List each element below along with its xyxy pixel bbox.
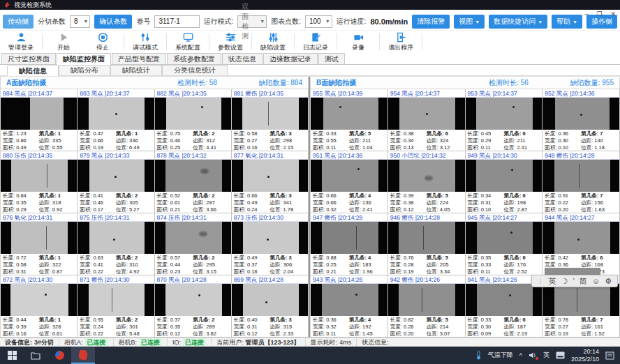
defect-cell[interactable]: 877 氧化 |20:14:31长度: 0.66宽度: 0.49面积: 0.24… (232, 151, 309, 213)
defect-cell[interactable]: 882 黑点 |20:14:35长度: 0.75宽度: 0.46面积: 0.25… (155, 89, 232, 151)
tab-product-model-config[interactable]: 产品型号配置 (112, 53, 166, 64)
defect-image[interactable] (388, 98, 465, 130)
defect-cell[interactable]: 942 擦伤 |20:14:26长度: 0.82宽度: 0.26面积: 0.20… (388, 275, 466, 338)
defect-image[interactable] (1, 98, 77, 130)
defect-cell[interactable]: 949 黑点 |20:14:30长度: 0.34宽度: 0.31面积: 0.10… (466, 151, 543, 213)
defect-cell[interactable]: 870 黑点 |20:14:28长度: 0.37宽度: 0.35面积: 0.12… (155, 275, 232, 338)
defect-cell[interactable]: 869 黑点 |20:14:28长度: 0.40宽度: 0.31面积: 0.12… (232, 275, 309, 338)
ime-halfwidth-icon[interactable]: ☽ (561, 277, 568, 286)
defect-cell[interactable]: 946 擦伤 |20:14:28长度: 0.76宽度: 0.28面积: 0.19… (388, 213, 466, 275)
stop-button[interactable]: 停止 (84, 32, 121, 52)
defect-image[interactable] (155, 160, 231, 192)
subtab-defect-info[interactable]: 缺陷信息 (7, 66, 59, 76)
defect-cell[interactable]: 878 黑点 |20:14:32长度: 0.52宽度: 0.61面积: 0.21… (155, 151, 232, 213)
defect-image[interactable] (388, 284, 465, 316)
debug-mode-button[interactable]: 调试模式 (127, 32, 163, 52)
minimize-button[interactable]: – (584, 10, 588, 18)
defect-cell[interactable]: 945 黑点 |20:14:27长度: 0.35宽度: 0.33面积: 0.11… (466, 213, 543, 275)
defect-image[interactable] (232, 284, 308, 316)
defect-image[interactable] (1, 284, 77, 316)
exit-program-button[interactable]: 退出程序 (383, 32, 419, 52)
defect-image[interactable] (542, 160, 619, 192)
subtab-defect-stats[interactable]: 缺陷统计 (110, 65, 162, 75)
defect-cell[interactable]: 955 黑点 |20:14:39长度: 0.33宽度: 0.55面积: 0.11… (311, 89, 388, 151)
defect-cell[interactable]: 875 压伤 |20:14:31长度: 0.63宽度: 0.41面积: 0.22… (78, 213, 154, 275)
defect-cell[interactable]: 884 黑点 |20:14:37长度: 1.23宽度: 0.86面积: 0.49… (1, 89, 78, 151)
tab-test[interactable]: 测试 (318, 53, 345, 64)
file-explorer-button[interactable] (24, 347, 47, 364)
run-mode-select[interactable]: 双面检测 ▼ (237, 15, 267, 28)
ime-settings-icon[interactable]: ⚙ (605, 277, 612, 286)
defect-image[interactable] (1, 222, 77, 254)
confirm-count-button[interactable]: 确认条数 (94, 15, 132, 29)
defect-cell[interactable]: 872 黑点 |20:14:30长度: 0.44宽度: 0.39面积: 0.16… (1, 275, 78, 338)
ime-drag-handle[interactable]: ⋮ (538, 278, 544, 285)
defect-image[interactable] (466, 284, 542, 316)
defect-image[interactable] (78, 222, 154, 254)
defect-image[interactable] (466, 98, 542, 130)
defect-image[interactable] (155, 98, 231, 130)
record-video-button[interactable]: 录像 (340, 32, 376, 52)
tab-size-monitor[interactable]: 尺寸监控界面 (1, 53, 56, 64)
defect-cell[interactable]: 947 擦伤 |20:14:28长度: 0.88宽度: 0.25面积: 0.21… (311, 213, 388, 275)
defect-image[interactable] (1, 160, 77, 192)
defect-image[interactable] (78, 160, 154, 192)
defect-cell[interactable]: 880 压伤 |20:14:35长度: 0.84宽度: 0.35面积: 0.29… (1, 151, 78, 213)
taskbar-app-vision-system[interactable] (71, 347, 95, 364)
help-menu-button[interactable]: 帮助▼ (552, 15, 582, 29)
defect-cell[interactable]: 943 黑点 |20:14:26长度: 0.36宽度: 0.32面积: 0.11… (311, 275, 388, 338)
defect-image[interactable] (232, 98, 308, 130)
defect-image[interactable] (232, 222, 308, 254)
defect-image[interactable] (311, 222, 388, 254)
defect-image[interactable] (232, 160, 308, 192)
quick-access-menu-button[interactable]: 数据快捷访问▼ (489, 15, 547, 29)
defect-image[interactable] (155, 222, 231, 254)
defect-image[interactable] (542, 222, 619, 254)
defect-cell[interactable]: 951 黑点 |20:14:36长度: 0.66宽度: 0.66面积: 0.32… (311, 151, 388, 213)
drive-side-button[interactable]: 传动侧 (3, 15, 34, 29)
system-config-button[interactable]: 系统配置 (170, 32, 206, 52)
ime-toolbar[interactable]: ⋮ 英 ☽ ’ 简 ☺ ⚙ (531, 275, 618, 287)
defect-image[interactable] (466, 160, 542, 192)
defect-cell[interactable]: 954 黑点 |20:14:37长度: 0.38宽度: 0.34面积: 0.13… (388, 89, 466, 151)
defect-cell[interactable]: 952 黑点 |20:14:36长度: 0.36宽度: 0.30面积: 0.10… (542, 89, 620, 151)
maximize-button[interactable]: ❐ (596, 10, 602, 18)
log-record-button[interactable]: 日志记录 (297, 32, 334, 52)
defect-image[interactable] (155, 284, 231, 316)
defect-cell[interactable]: 944 黑点 |20:14:27长度: 0.42宽度: 0.36面积: 0.14… (542, 213, 620, 275)
ime-keyboard-icon[interactable] (556, 351, 565, 359)
defect-image[interactable] (542, 98, 619, 130)
defect-cell[interactable]: 874 压伤 |20:14:31长度: 0.57宽度: 0.44面积: 0.23… (155, 213, 232, 275)
defect-image[interactable] (78, 284, 154, 316)
clear-alarm-button[interactable]: 清除报警 (412, 15, 450, 29)
defect-image[interactable] (311, 284, 388, 316)
slit-count-select[interactable]: 8 ▼ (70, 15, 90, 28)
close-button[interactable]: ✕ (610, 10, 616, 18)
defect-cell[interactable]: 876 氧化 |20:14:31长度: 0.72宽度: 0.58面积: 0.31… (1, 213, 78, 275)
roll-number-input[interactable]: 3117-1 (154, 15, 199, 28)
ime-emoji-button[interactable]: ☺ (592, 277, 600, 285)
tab-status-info[interactable]: 状态信息 (222, 53, 263, 64)
defect-cell[interactable]: 950 小凹坑 |20:14:32长度: 0.39宽度: 0.38面积: 0.1… (388, 151, 466, 213)
defect-settings-button[interactable]: 缺陷设置 (255, 32, 291, 52)
defect-cell[interactable]: 873 压伤 |20:14:30长度: 0.49宽度: 0.37面积: 0.18… (232, 213, 309, 275)
ime-simplified-toggle[interactable]: 简 (580, 276, 587, 287)
taskbar-app-browser[interactable] (47, 347, 71, 364)
view-menu-button[interactable]: 视图▼ (454, 15, 485, 29)
defect-image[interactable] (388, 222, 465, 254)
defect-cell[interactable]: 883 黑点 |20:14:37长度: 0.47宽度: 0.66面积: 0.19… (78, 89, 154, 151)
defect-cell[interactable]: 953 黑点 |20:14:37长度: 0.45宽度: 0.29面积: 0.11… (466, 89, 543, 151)
subtab-defect-distribution[interactable]: 缺陷分布 (59, 65, 110, 75)
defect-cell[interactable]: 879 黑点 |20:14:33长度: 0.41宽度: 0.46面积: 0.17… (78, 151, 154, 213)
taskbar-clock[interactable]: 20:14 2025/2/10 (571, 348, 599, 363)
defect-image[interactable] (466, 222, 542, 254)
defect-image[interactable] (311, 98, 388, 130)
chart-points-select[interactable]: 100 ▼ (305, 15, 332, 28)
input-language-indicator[interactable]: 英 (543, 351, 549, 360)
volume-button[interactable] (529, 351, 537, 359)
ime-lang-toggle[interactable]: 英 (549, 276, 556, 287)
tray-expand-caret[interactable]: ^ (519, 352, 522, 359)
tab-defect-monitor[interactable]: 缺陷监控界面 (57, 53, 111, 65)
defect-image[interactable] (542, 284, 619, 316)
start-button[interactable] (0, 347, 24, 364)
